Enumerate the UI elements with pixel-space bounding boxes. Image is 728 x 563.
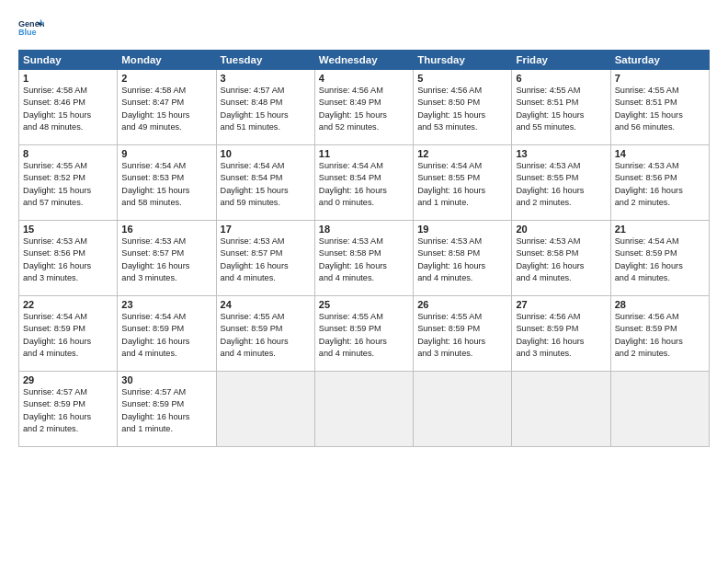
- calendar-cell: 5Sunrise: 4:56 AM Sunset: 8:50 PM Daylig…: [414, 70, 512, 145]
- day-number: 17: [221, 224, 311, 235]
- day-info: Sunrise: 4:53 AM Sunset: 8:58 PM Dayligh…: [319, 236, 409, 284]
- calendar-cell: 9Sunrise: 4:54 AM Sunset: 8:53 PM Daylig…: [118, 145, 216, 221]
- day-number: 29: [23, 374, 113, 385]
- calendar-cell: 3Sunrise: 4:57 AM Sunset: 8:48 PM Daylig…: [216, 70, 314, 145]
- day-info: Sunrise: 4:56 AM Sunset: 8:49 PM Dayligh…: [319, 85, 409, 133]
- day-info: Sunrise: 4:55 AM Sunset: 8:51 PM Dayligh…: [516, 85, 606, 133]
- day-number: 1: [23, 73, 113, 84]
- calendar-cell: 4Sunrise: 4:56 AM Sunset: 8:49 PM Daylig…: [314, 70, 413, 145]
- calendar-cell: 30Sunrise: 4:57 AM Sunset: 8:59 PM Dayli…: [118, 372, 216, 447]
- col-header-sunday: Sunday: [19, 51, 118, 70]
- day-info: Sunrise: 4:54 AM Sunset: 8:59 PM Dayligh…: [121, 311, 211, 360]
- col-header-wednesday: Wednesday: [314, 51, 413, 70]
- calendar-cell: 27Sunrise: 4:56 AM Sunset: 8:59 PM Dayli…: [512, 296, 610, 372]
- day-info: Sunrise: 4:57 AM Sunset: 8:59 PM Dayligh…: [121, 386, 211, 435]
- calendar-cell: 18Sunrise: 4:53 AM Sunset: 8:58 PM Dayli…: [314, 221, 413, 296]
- day-number: 21: [615, 224, 705, 235]
- day-info: Sunrise: 4:53 AM Sunset: 8:56 PM Dayligh…: [615, 160, 705, 209]
- calendar-cell: 23Sunrise: 4:54 AM Sunset: 8:59 PM Dayli…: [118, 296, 216, 372]
- day-info: Sunrise: 4:54 AM Sunset: 8:55 PM Dayligh…: [417, 160, 507, 209]
- day-number: 30: [121, 374, 211, 385]
- day-info: Sunrise: 4:56 AM Sunset: 8:59 PM Dayligh…: [516, 311, 606, 360]
- day-number: 20: [516, 224, 606, 235]
- calendar-cell: 6Sunrise: 4:55 AM Sunset: 8:51 PM Daylig…: [512, 70, 610, 145]
- day-number: 8: [23, 148, 113, 159]
- day-number: 3: [221, 73, 311, 84]
- day-info: Sunrise: 4:53 AM Sunset: 8:57 PM Dayligh…: [221, 236, 311, 284]
- day-number: 15: [23, 224, 113, 235]
- calendar-cell: [512, 372, 610, 447]
- calendar-cell: [216, 372, 314, 447]
- day-info: Sunrise: 4:54 AM Sunset: 8:53 PM Dayligh…: [121, 160, 211, 209]
- col-header-friday: Friday: [512, 51, 610, 70]
- day-number: 13: [516, 148, 606, 159]
- calendar-cell: 15Sunrise: 4:53 AM Sunset: 8:56 PM Dayli…: [19, 221, 118, 296]
- day-info: Sunrise: 4:58 AM Sunset: 8:47 PM Dayligh…: [121, 85, 211, 133]
- day-info: Sunrise: 4:55 AM Sunset: 8:59 PM Dayligh…: [417, 311, 507, 360]
- day-number: 7: [615, 73, 705, 84]
- day-info: Sunrise: 4:55 AM Sunset: 8:59 PM Dayligh…: [221, 311, 311, 360]
- day-info: Sunrise: 4:54 AM Sunset: 8:59 PM Dayligh…: [23, 311, 113, 360]
- day-number: 16: [121, 224, 211, 235]
- day-number: 11: [319, 148, 409, 159]
- calendar-cell: 25Sunrise: 4:55 AM Sunset: 8:59 PM Dayli…: [314, 296, 413, 372]
- calendar-cell: [414, 372, 512, 447]
- calendar-cell: 22Sunrise: 4:54 AM Sunset: 8:59 PM Dayli…: [19, 296, 118, 372]
- col-header-thursday: Thursday: [414, 51, 512, 70]
- calendar-cell: 29Sunrise: 4:57 AM Sunset: 8:59 PM Dayli…: [19, 372, 118, 447]
- day-number: 14: [615, 148, 705, 159]
- day-number: 4: [319, 73, 409, 84]
- day-info: Sunrise: 4:53 AM Sunset: 8:56 PM Dayligh…: [23, 236, 113, 284]
- calendar-cell: 13Sunrise: 4:53 AM Sunset: 8:55 PM Dayli…: [512, 145, 610, 221]
- calendar-cell: [610, 372, 709, 447]
- day-info: Sunrise: 4:54 AM Sunset: 8:59 PM Dayligh…: [615, 236, 705, 284]
- day-info: Sunrise: 4:57 AM Sunset: 8:59 PM Dayligh…: [23, 386, 113, 435]
- col-header-saturday: Saturday: [610, 51, 709, 70]
- calendar-cell: 7Sunrise: 4:55 AM Sunset: 8:51 PM Daylig…: [610, 70, 709, 145]
- logo: General Blue: [18, 15, 44, 40]
- day-number: 10: [221, 148, 311, 159]
- calendar-cell: 16Sunrise: 4:53 AM Sunset: 8:57 PM Dayli…: [118, 221, 216, 296]
- calendar-cell: 2Sunrise: 4:58 AM Sunset: 8:47 PM Daylig…: [118, 70, 216, 145]
- day-number: 2: [121, 73, 211, 84]
- calendar-cell: 1Sunrise: 4:58 AM Sunset: 8:46 PM Daylig…: [19, 70, 118, 145]
- calendar-cell: 12Sunrise: 4:54 AM Sunset: 8:55 PM Dayli…: [414, 145, 512, 221]
- day-info: Sunrise: 4:55 AM Sunset: 8:52 PM Dayligh…: [23, 160, 113, 209]
- calendar-cell: 26Sunrise: 4:55 AM Sunset: 8:59 PM Dayli…: [414, 296, 512, 372]
- day-number: 22: [23, 299, 113, 310]
- calendar-cell: 11Sunrise: 4:54 AM Sunset: 8:54 PM Dayli…: [314, 145, 413, 221]
- day-info: Sunrise: 4:58 AM Sunset: 8:46 PM Dayligh…: [23, 85, 113, 133]
- day-info: Sunrise: 4:57 AM Sunset: 8:48 PM Dayligh…: [221, 85, 311, 133]
- day-number: 23: [121, 299, 211, 310]
- day-info: Sunrise: 4:54 AM Sunset: 8:54 PM Dayligh…: [319, 160, 409, 209]
- day-number: 18: [319, 224, 409, 235]
- day-number: 6: [516, 73, 606, 84]
- calendar-table: SundayMondayTuesdayWednesdayThursdayFrid…: [18, 50, 710, 447]
- day-info: Sunrise: 4:53 AM Sunset: 8:55 PM Dayligh…: [516, 160, 606, 209]
- logo-icon: General Blue: [18, 15, 44, 40]
- calendar-cell: [314, 372, 413, 447]
- day-info: Sunrise: 4:53 AM Sunset: 8:58 PM Dayligh…: [516, 236, 606, 284]
- day-info: Sunrise: 4:54 AM Sunset: 8:54 PM Dayligh…: [221, 160, 311, 209]
- calendar-cell: 17Sunrise: 4:53 AM Sunset: 8:57 PM Dayli…: [216, 221, 314, 296]
- calendar-cell: 10Sunrise: 4:54 AM Sunset: 8:54 PM Dayli…: [216, 145, 314, 221]
- day-info: Sunrise: 4:55 AM Sunset: 8:51 PM Dayligh…: [615, 85, 705, 133]
- day-number: 27: [516, 299, 606, 310]
- day-number: 19: [417, 224, 507, 235]
- day-number: 12: [417, 148, 507, 159]
- day-info: Sunrise: 4:53 AM Sunset: 8:58 PM Dayligh…: [417, 236, 507, 284]
- day-number: 28: [615, 299, 705, 310]
- col-header-monday: Monday: [118, 51, 216, 70]
- day-number: 5: [417, 73, 507, 84]
- svg-text:Blue: Blue: [18, 28, 37, 37]
- day-number: 25: [319, 299, 409, 310]
- calendar-cell: 14Sunrise: 4:53 AM Sunset: 8:56 PM Dayli…: [610, 145, 709, 221]
- calendar-cell: 8Sunrise: 4:55 AM Sunset: 8:52 PM Daylig…: [19, 145, 118, 221]
- calendar-cell: 19Sunrise: 4:53 AM Sunset: 8:58 PM Dayli…: [414, 221, 512, 296]
- day-info: Sunrise: 4:55 AM Sunset: 8:59 PM Dayligh…: [319, 311, 409, 360]
- day-info: Sunrise: 4:56 AM Sunset: 8:50 PM Dayligh…: [417, 85, 507, 133]
- calendar-cell: 24Sunrise: 4:55 AM Sunset: 8:59 PM Dayli…: [216, 296, 314, 372]
- day-info: Sunrise: 4:53 AM Sunset: 8:57 PM Dayligh…: [121, 236, 211, 284]
- calendar-cell: 28Sunrise: 4:56 AM Sunset: 8:59 PM Dayli…: [610, 296, 709, 372]
- col-header-tuesday: Tuesday: [216, 51, 314, 70]
